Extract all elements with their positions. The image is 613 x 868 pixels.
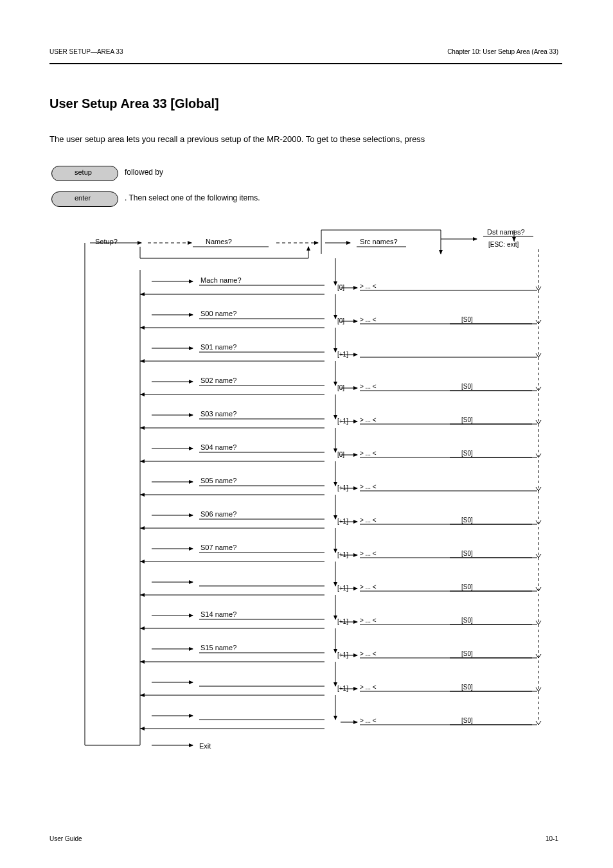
row-label: S00 name? — [200, 310, 236, 318]
row-right: > ... < — [360, 450, 377, 457]
row-pos: [+1] — [337, 685, 348, 693]
row-pos: [+1] — [337, 418, 348, 425]
row-right2: [S0] — [461, 517, 473, 524]
row-right: > ... < — [360, 717, 377, 725]
row-right2: [S0] — [461, 550, 473, 558]
row-pos: [0] — [337, 384, 344, 392]
row-pos: [0] — [337, 451, 344, 459]
row-pos: [+1] — [337, 551, 348, 559]
row-right: > ... < — [360, 517, 377, 524]
row-pos: [+1] — [337, 484, 348, 492]
row-label: S06 name? — [200, 510, 236, 518]
flow-diagram — [0, 0, 613, 868]
row-right: > ... < — [360, 617, 377, 624]
row-right: > ... < — [360, 316, 377, 324]
row-pos: [+1] — [337, 618, 348, 626]
row-right2: [S0] — [461, 617, 473, 624]
row-label: Mach name? — [200, 276, 242, 285]
row-pos: [+1] — [337, 351, 348, 359]
row-pos: [0] — [337, 317, 344, 325]
row-right: > ... < — [360, 583, 377, 591]
row-right2: [S0] — [461, 717, 473, 725]
row-label: S15 name? — [200, 644, 236, 652]
row-label: S07 name? — [200, 544, 236, 552]
row-label: S03 name? — [200, 410, 236, 418]
row-label: S02 name? — [200, 376, 236, 385]
row-right: > ... < — [360, 483, 377, 491]
row-label: S05 name? — [200, 477, 236, 485]
row-label: S14 name? — [200, 610, 236, 619]
row-right: > ... < — [360, 684, 377, 691]
row-right: > ... < — [360, 283, 377, 290]
row-label: S01 name? — [200, 343, 236, 351]
row-pos: [+1] — [337, 651, 348, 659]
row-right2: [S0] — [461, 583, 473, 591]
row-right2: [S0] — [461, 316, 473, 324]
row-right2: [S0] — [461, 450, 473, 457]
row-right: > ... < — [360, 383, 377, 391]
row-right: > ... < — [360, 550, 377, 558]
row-label: S04 name? — [200, 443, 236, 452]
row-pos: [0] — [337, 284, 344, 292]
row-right: > ... < — [360, 416, 377, 424]
row-right2: [S0] — [461, 684, 473, 691]
row-pos: [+1] — [337, 518, 348, 526]
row-right2: [S0] — [461, 383, 473, 391]
row-right2: [S0] — [461, 416, 473, 424]
row-right2: [S0] — [461, 650, 473, 658]
row-pos: [+1] — [337, 585, 348, 592]
row-right: > ... < — [360, 650, 377, 658]
